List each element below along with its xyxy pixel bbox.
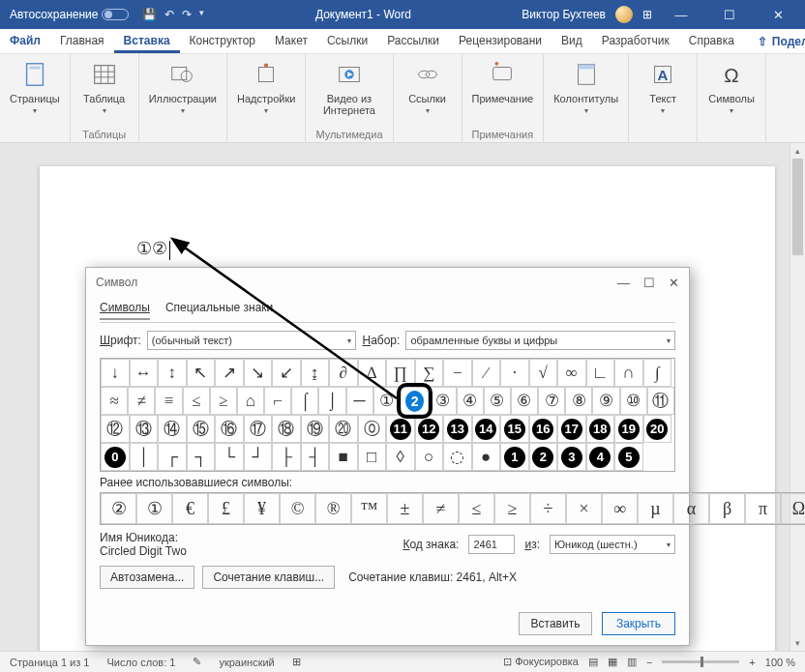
- dialog-minimize-icon[interactable]: —: [617, 276, 630, 290]
- recent-symbol[interactable]: ≤: [459, 493, 494, 524]
- symbol-cell[interactable]: ⑦: [538, 387, 565, 415]
- zoom-in-icon[interactable]: +: [749, 657, 755, 668]
- recent-symbol[interactable]: ②: [101, 493, 136, 524]
- symbol-cell[interactable]: 20: [643, 415, 672, 443]
- recent-symbol[interactable]: ≥: [494, 493, 530, 524]
- symbol-cell[interactable]: 11: [386, 415, 415, 443]
- symbol-cell[interactable]: ④: [457, 387, 484, 415]
- symbol-cell[interactable]: ∞: [557, 359, 586, 387]
- tab-view[interactable]: Вид: [552, 29, 592, 53]
- symbol-cell[interactable]: 17: [557, 415, 586, 443]
- recent-symbol[interactable]: ≠: [423, 493, 459, 524]
- symbol-cell[interactable]: ■: [329, 443, 358, 471]
- comment-button[interactable]: Примечание: [472, 58, 534, 104]
- symbol-cell[interactable]: 5: [614, 443, 643, 471]
- symbol-cell[interactable]: 18: [586, 415, 615, 443]
- symbol-cell[interactable]: ┤: [301, 443, 330, 471]
- close-button[interactable]: ✕: [759, 8, 797, 22]
- symbol-cell[interactable]: 19: [614, 415, 643, 443]
- word-count[interactable]: Число слов: 1: [106, 657, 175, 668]
- symbol-cell[interactable]: ∙: [500, 359, 529, 387]
- symbol-cell[interactable]: ⌐: [264, 387, 291, 415]
- autosave-toggle[interactable]: [102, 9, 129, 20]
- symbol-cell[interactable]: ⑮: [187, 415, 216, 443]
- symbol-cell[interactable]: ⌠: [291, 387, 318, 415]
- tab-insert[interactable]: Вставка: [114, 29, 180, 53]
- symbol-cell[interactable]: ≈: [101, 387, 128, 415]
- tab-help[interactable]: Справка: [679, 29, 744, 53]
- symbol-cell[interactable]: ⑥: [511, 387, 538, 415]
- dialog-tab-symbols[interactable]: Символы: [100, 297, 150, 320]
- accessibility-icon[interactable]: ⊞: [292, 656, 301, 668]
- illustrations-button[interactable]: Иллюстрации▾: [149, 58, 217, 115]
- online-video-button[interactable]: Видео из Интернета: [316, 58, 382, 116]
- symbol-cell[interactable]: │: [130, 443, 159, 471]
- symbol-cell[interactable]: ↕: [158, 359, 187, 387]
- symbol-cell[interactable]: ∕: [472, 359, 501, 387]
- symbol-cell[interactable]: ├: [272, 443, 301, 471]
- symbol-cell[interactable]: ⑲: [301, 415, 330, 443]
- recent-symbol[interactable]: µ: [638, 493, 673, 524]
- symbol-cell[interactable]: ⑨: [592, 387, 619, 415]
- symbol-cell[interactable]: ↙: [272, 359, 301, 387]
- focus-mode[interactable]: ⊡ Фокусировка: [503, 656, 579, 668]
- tab-references[interactable]: Ссылки: [317, 29, 377, 53]
- symbol-cell[interactable]: ↖: [187, 359, 216, 387]
- zoom-value[interactable]: 100 %: [765, 657, 795, 668]
- symbol-cell[interactable]: ∫: [643, 359, 672, 387]
- maximize-button[interactable]: ☐: [710, 8, 749, 22]
- close-dialog-button[interactable]: Закрыть: [602, 612, 675, 635]
- symbol-cell[interactable]: ≤: [183, 387, 210, 415]
- symbol-cell[interactable]: 16: [529, 415, 558, 443]
- symbol-cell[interactable]: ⑫: [101, 415, 130, 443]
- symbols-button[interactable]: ΩСимволы▾: [707, 58, 756, 115]
- symbol-cell[interactable]: ∆: [358, 359, 387, 387]
- symbol-cell[interactable]: ∟: [586, 359, 615, 387]
- recent-symbol[interactable]: Ω: [781, 493, 805, 524]
- view-print-icon[interactable]: ▤: [588, 656, 598, 668]
- recent-symbol[interactable]: ±: [387, 493, 423, 524]
- symbol-cell[interactable]: ─: [346, 387, 373, 415]
- zoom-out-icon[interactable]: −: [646, 657, 652, 668]
- language-status[interactable]: украинский: [219, 657, 274, 668]
- recent-symbol[interactable]: ¥: [244, 493, 280, 524]
- symbol-cell[interactable]: 15: [500, 415, 529, 443]
- recent-symbol[interactable]: €: [172, 493, 208, 524]
- symbol-cell[interactable]: ⑧: [565, 387, 592, 415]
- redo-icon[interactable]: ↷: [182, 8, 192, 21]
- symbol-cell[interactable]: ⑬: [130, 415, 159, 443]
- qat-dropdown-icon[interactable]: ▾: [199, 8, 204, 21]
- tab-file[interactable]: Файл: [0, 29, 50, 53]
- symbol-cell[interactable]: ●: [472, 443, 501, 471]
- symbol-cell[interactable]: ◊: [386, 443, 415, 471]
- symbol-cell[interactable]: 4: [586, 443, 615, 471]
- autocorrect-button[interactable]: Автозамена...: [100, 566, 194, 589]
- recent-symbol[interactable]: π: [745, 493, 781, 524]
- symbol-cell[interactable]: 1: [500, 443, 529, 471]
- text-button[interactable]: AТекст▾: [639, 58, 687, 115]
- symbol-cell[interactable]: ⑪: [647, 387, 674, 415]
- shortcut-button[interactable]: Сочетание клавиш...: [202, 566, 335, 589]
- symbol-cell[interactable]: ∩: [614, 359, 643, 387]
- symbol-cell[interactable]: ⑱: [272, 415, 301, 443]
- tab-developer[interactable]: Разработчик: [592, 29, 679, 53]
- symbol-cell[interactable]: −: [443, 359, 472, 387]
- undo-icon[interactable]: ↶: [164, 8, 174, 21]
- tab-design[interactable]: Конструктор: [180, 29, 265, 53]
- symbol-cell[interactable]: ≠: [128, 387, 155, 415]
- share-button[interactable]: ⇧ Поделиться: [744, 29, 805, 53]
- symbol-cell[interactable]: └: [215, 443, 244, 471]
- symbol-cell[interactable]: ⑩: [620, 387, 647, 415]
- table-button[interactable]: Таблица▾: [80, 58, 129, 115]
- symbol-cell[interactable]: ○: [415, 443, 444, 471]
- ribbon-options-icon[interactable]: ⊞: [642, 8, 652, 21]
- symbol-cell[interactable]: ⑭: [158, 415, 187, 443]
- insert-button[interactable]: Вставить: [519, 612, 592, 635]
- symbol-cell[interactable]: ↔: [130, 359, 159, 387]
- symbol-cell[interactable]: ③: [429, 387, 456, 415]
- links-button[interactable]: Ссылки▾: [403, 58, 452, 115]
- user-name[interactable]: Виктор Бухтеев: [522, 8, 606, 21]
- view-read-icon[interactable]: ▦: [608, 656, 617, 668]
- recent-symbol[interactable]: ®: [315, 493, 351, 524]
- symbol-cell[interactable]: ┘: [244, 443, 273, 471]
